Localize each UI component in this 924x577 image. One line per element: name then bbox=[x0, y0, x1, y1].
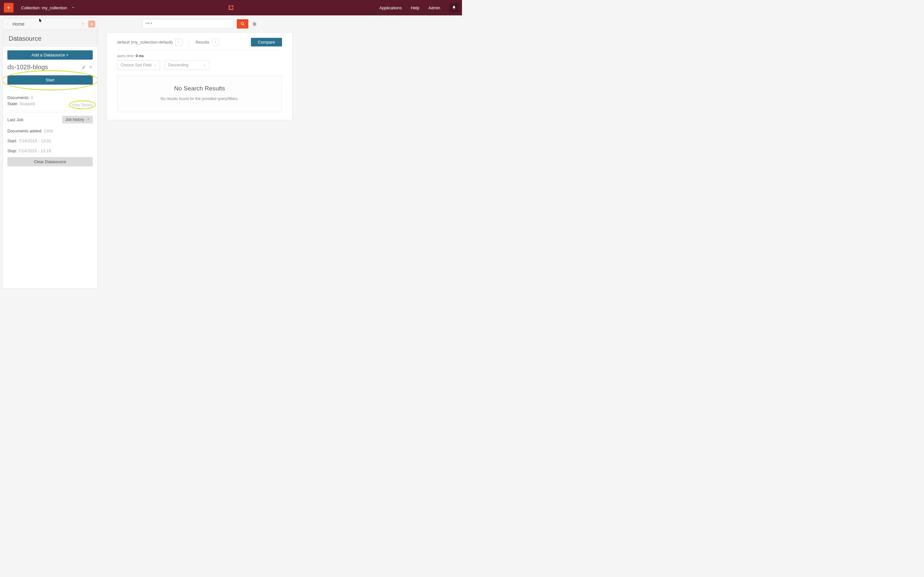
search-row: *:* bbox=[102, 18, 459, 32]
state-value: Stopped bbox=[19, 101, 35, 106]
stop-ts-value: 7/14/2015 - 13:18 bbox=[18, 148, 51, 153]
results-select[interactable]: Results bbox=[195, 39, 219, 46]
start-ts-value: 7/14/2015 - 13:01 bbox=[19, 139, 51, 143]
top-bar: Collection: my_collection Applications H… bbox=[0, 0, 462, 15]
state-label: State: bbox=[7, 101, 18, 106]
search-button[interactable] bbox=[237, 19, 248, 29]
close-icon bbox=[81, 22, 85, 26]
no-results-body: No results found for the provided query/… bbox=[121, 97, 278, 101]
hide-details-link[interactable]: Hide Details bbox=[72, 103, 93, 107]
tab-home[interactable]: Home bbox=[13, 21, 24, 27]
nav-help[interactable]: Help bbox=[411, 5, 419, 10]
caret-down-icon bbox=[153, 64, 157, 67]
notifications-button[interactable] bbox=[449, 3, 459, 13]
compare-button[interactable]: Compare bbox=[251, 38, 282, 47]
new-tab-button[interactable] bbox=[88, 21, 95, 27]
delete-datasource-button[interactable] bbox=[89, 65, 93, 69]
results-panel: default (my_collection-default) Results … bbox=[107, 32, 292, 120]
datasource-card: ds-1028-blogs Start bbox=[7, 63, 93, 166]
edit-datasource-button[interactable] bbox=[81, 65, 86, 69]
cursor-icon bbox=[39, 19, 42, 23]
documents-value: 0 bbox=[31, 95, 33, 100]
documents-label: Documents: bbox=[7, 95, 29, 100]
caret-down-icon bbox=[175, 39, 182, 46]
caret-down-icon bbox=[203, 64, 206, 67]
close-icon bbox=[89, 65, 93, 69]
start-ts-label: Start: bbox=[7, 139, 17, 143]
nav-applications[interactable]: Applications bbox=[379, 5, 402, 10]
no-results-box: No Search Results No results found for t… bbox=[117, 76, 282, 112]
collection-label: Collection: my_collection bbox=[21, 5, 67, 10]
nav-admin[interactable]: Admin bbox=[428, 5, 440, 10]
brand-logo bbox=[228, 4, 234, 11]
tab-close-button[interactable] bbox=[80, 21, 86, 27]
top-nav: Applications Help Admin bbox=[379, 3, 462, 13]
tab-back-icon[interactable] bbox=[6, 23, 9, 26]
search-settings-button[interactable] bbox=[252, 21, 257, 27]
results-label: Results bbox=[195, 40, 209, 45]
divider bbox=[189, 39, 189, 46]
plus-icon bbox=[6, 5, 11, 10]
job-history-button[interactable]: Job history bbox=[62, 116, 93, 123]
content-area: *:* default (my_collection-default) Resu… bbox=[102, 18, 459, 288]
search-input[interactable] bbox=[148, 21, 231, 26]
clear-datasource-button[interactable]: Clear Datasource bbox=[7, 157, 93, 166]
caret-down-icon bbox=[212, 39, 219, 46]
external-link-icon bbox=[86, 118, 89, 121]
stop-ts-label: Stop: bbox=[7, 148, 17, 153]
collection-dropdown[interactable]: Collection: my_collection bbox=[21, 5, 75, 10]
last-job-label: Last Job: bbox=[7, 117, 24, 122]
sort-field-select[interactable]: Choose Sort Field bbox=[117, 60, 160, 70]
svg-point-0 bbox=[241, 23, 244, 25]
bell-icon bbox=[452, 5, 456, 10]
query-time: query-time: 0 ms bbox=[117, 54, 282, 58]
sort-direction-select[interactable]: Descending bbox=[165, 60, 210, 70]
new-button[interactable] bbox=[4, 3, 13, 13]
no-results-heading: No Search Results bbox=[121, 85, 278, 92]
search-icon bbox=[240, 21, 245, 26]
docs-added-value: 1309 bbox=[44, 129, 53, 133]
pencil-icon bbox=[81, 65, 86, 69]
datasource-name: ds-1028-blogs bbox=[7, 63, 48, 71]
caret-down-icon bbox=[71, 5, 75, 10]
sort-direction-label: Descending bbox=[168, 63, 188, 67]
add-datasource-button[interactable]: Add a Datasource + bbox=[7, 50, 93, 60]
sidebar-tabs: Home bbox=[3, 18, 97, 30]
sidebar: Home Datasource Add a Datasource + ds-10… bbox=[3, 18, 97, 288]
docs-added-label: Documents added: bbox=[7, 129, 42, 133]
search-field[interactable]: *:* bbox=[142, 19, 234, 29]
job-history-label: Job history bbox=[65, 117, 84, 122]
plus-icon bbox=[90, 22, 94, 26]
gear-icon bbox=[252, 21, 257, 27]
search-prefix-icon: *:* bbox=[145, 22, 148, 26]
pipeline-select[interactable]: default (my_collection-default) bbox=[117, 39, 182, 46]
start-datasource-button[interactable]: Start bbox=[7, 75, 93, 85]
pipeline-label: default (my_collection-default) bbox=[117, 40, 173, 45]
sidebar-heading: Datasource bbox=[3, 30, 97, 47]
sort-field-label: Choose Sort Field bbox=[121, 63, 152, 67]
